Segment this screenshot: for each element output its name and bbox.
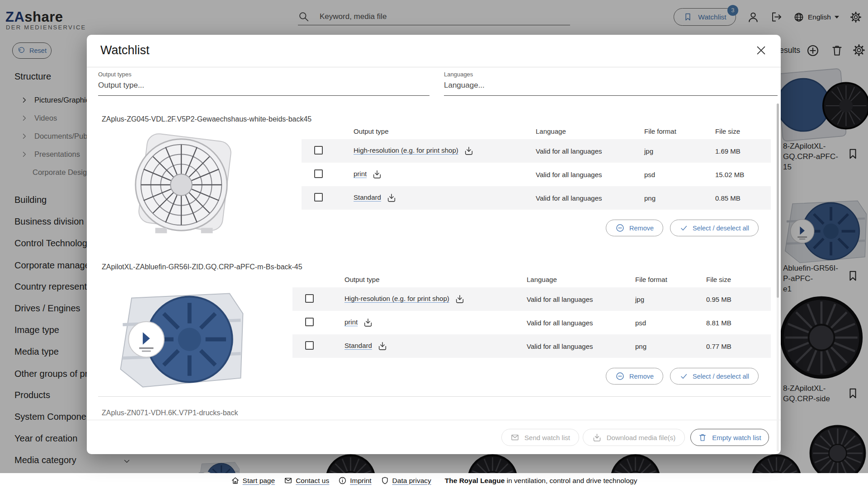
table-row: print Valid for all languages psd 15.02 … [302, 163, 771, 186]
footer: Start page Contact us Imprint Data priva… [0, 473, 868, 488]
download-icon[interactable] [387, 193, 396, 203]
file-size-cell: 8.81 MB [706, 319, 731, 327]
app-root: ZAshare DER MEDIENSERVICE Keyword, media… [0, 0, 868, 488]
table-row: Standard Valid for all languages png 0.8… [302, 186, 771, 210]
media-file-title: ZApilotXL-ZAbluefin-GR56I-ZID.GQ.CRP-aPF… [102, 263, 302, 271]
divider [87, 67, 781, 67]
start-page-link[interactable]: Start page [243, 477, 275, 485]
footer-link-imprint: Imprint [338, 476, 371, 485]
col-output-type: Output type [354, 127, 389, 135]
remove-button[interactable]: Remove [606, 220, 663, 236]
language-cell: Valid for all languages [527, 296, 593, 303]
row-checkbox[interactable] [305, 341, 314, 350]
trash-icon [698, 433, 707, 442]
input-underline [98, 95, 429, 96]
entry-actions: Remove Select / deselect all [606, 368, 759, 385]
row-checkbox[interactable] [314, 146, 323, 155]
output-types-label: Output types [98, 71, 429, 78]
download-icon[interactable] [455, 294, 465, 304]
file-format-cell: psd [644, 171, 655, 178]
minus-circle-icon [615, 371, 625, 381]
row-checkbox[interactable] [305, 318, 314, 326]
entry-actions: Remove Select / deselect all [606, 220, 759, 236]
file-size-cell: 0.85 MB [715, 194, 741, 202]
file-size-cell: 15.02 MB [715, 171, 744, 178]
imprint-link[interactable]: Imprint [350, 477, 371, 485]
output-type-link[interactable]: High-resolution (e.g. for print shop) [354, 146, 458, 154]
media-file-title: ZAplus-ZN071-VDH.6K.V7P1-drucks-back [102, 409, 238, 417]
table-row: print Valid for all languages psd 8.81 M… [292, 311, 771, 334]
output-type-link[interactable]: Standard [354, 193, 381, 201]
footer-link-start-page: Start page [231, 476, 275, 485]
languages-placeholder: Language... [444, 81, 778, 90]
download-icon[interactable] [377, 341, 387, 351]
col-file-size: File size [706, 276, 731, 283]
language-cell: Valid for all languages [536, 171, 602, 178]
col-file-format: File format [644, 127, 676, 135]
file-size-cell: 1.69 MB [715, 147, 741, 155]
language-cell: Valid for all languages [536, 147, 602, 155]
data-privacy-link[interactable]: Data privacy [392, 477, 431, 485]
send-watch-list-button[interactable]: Send watch list [501, 429, 579, 446]
footer-link-data-privacy: Data privacy [381, 476, 431, 485]
table-row: High-resolution (e.g. for print shop) Va… [292, 287, 771, 311]
output-types-placeholder: Output type... [98, 81, 429, 90]
output-type-link[interactable]: Standard [344, 342, 372, 349]
file-size-cell: 0.95 MB [706, 296, 731, 303]
media-file-preview [115, 127, 250, 244]
file-size-cell: 0.77 MB [706, 343, 731, 350]
language-cell: Valid for all languages [527, 343, 593, 350]
minus-circle-icon [615, 223, 625, 233]
download-icon[interactable] [464, 146, 474, 156]
divider [87, 420, 781, 420]
output-type-link[interactable]: High-resolution (e.g. for print shop) [344, 295, 449, 302]
col-file-format: File format [635, 276, 667, 283]
languages-label: Languages [444, 71, 778, 78]
row-checkbox[interactable] [305, 294, 314, 303]
col-language: Language [527, 276, 557, 283]
file-format-cell: psd [635, 319, 646, 327]
table-header-row: Output type Language File format File si… [302, 123, 771, 139]
media-file-preview [107, 282, 254, 398]
input-underline [444, 95, 778, 96]
download-icon[interactable] [363, 318, 373, 328]
output-type-link[interactable]: print [354, 170, 367, 178]
check-icon [679, 372, 688, 380]
envelope-icon [510, 433, 519, 442]
watchlist-table: Output type Language File format File si… [292, 271, 771, 428]
col-file-size: File size [715, 127, 740, 135]
remove-button[interactable]: Remove [606, 368, 663, 385]
download-media-files-button[interactable]: Download media file(s) [583, 429, 685, 446]
scrollbar-thumb[interactable] [777, 103, 779, 298]
footer-tagline: The Royal League in ventilation, control… [445, 477, 637, 485]
check-icon [679, 224, 688, 232]
row-checkbox[interactable] [314, 193, 323, 202]
divider [98, 396, 771, 397]
languages-filter[interactable]: Languages Language... [444, 71, 778, 96]
contact-us-link[interactable]: Contact us [296, 477, 329, 485]
select-deselect-all-button[interactable]: Select / deselect all [670, 368, 759, 385]
download-icon[interactable] [372, 169, 382, 179]
watchlist-table: Output type Language File format File si… [302, 123, 771, 280]
file-format-cell: png [635, 343, 646, 350]
footer-link-contact-us: Contact us [284, 476, 329, 485]
close-icon[interactable] [755, 44, 767, 56]
row-checkbox[interactable] [314, 169, 323, 178]
envelope-icon [284, 476, 292, 485]
col-language: Language [536, 127, 566, 135]
media-file-title: ZAplus-ZG045-VDL.2F.V5P2-Gewaechshaus-wh… [102, 115, 311, 123]
download-icon [592, 433, 602, 442]
file-format-cell: png [644, 194, 656, 202]
empty-watch-list-button[interactable]: Empty watch list [690, 429, 769, 446]
select-deselect-all-button[interactable]: Select / deselect all [670, 220, 759, 236]
modal-footer: Send watch list Download media file(s) E… [87, 427, 781, 454]
modal-scrollbar[interactable] [777, 103, 779, 451]
output-type-link[interactable]: print [344, 318, 358, 326]
info-icon [338, 476, 347, 485]
table-row: High-resolution (e.g. for print shop) Va… [302, 139, 771, 163]
modal-title: Watchlist [100, 43, 150, 57]
watchlist-modal: Watchlist Output types Output type... La… [87, 35, 781, 454]
language-cell: Valid for all languages [527, 319, 593, 327]
table-header-row: Output type Language File format File si… [292, 271, 771, 287]
output-types-filter[interactable]: Output types Output type... [98, 71, 429, 96]
